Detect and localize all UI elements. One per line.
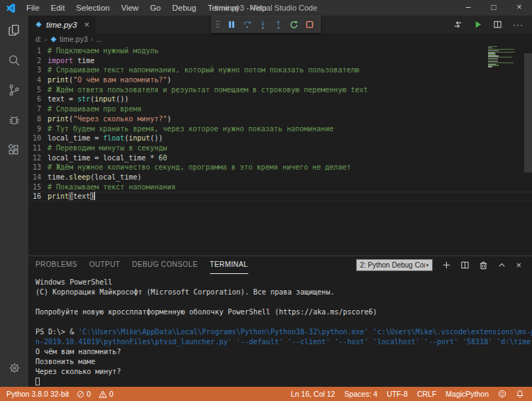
line-number: 9 — [30, 124, 41, 134]
line-number: 14 — [30, 172, 41, 182]
activity-debug-icon[interactable] — [0, 105, 28, 135]
terminal-line — [35, 317, 532, 327]
breadcrumb-separator-icon: › — [91, 35, 93, 43]
menu-view[interactable]: View — [116, 0, 145, 16]
terminal-line: Позвонить маме — [35, 357, 532, 367]
terminal-line: PS D:\> & 'C:\Users\Mike\AppData\Local\P… — [35, 327, 532, 337]
kill-terminal-icon[interactable] — [479, 260, 488, 270]
split-terminal-icon[interactable] — [460, 260, 470, 270]
menu-debug[interactable]: Debug — [167, 0, 202, 16]
stop-icon[interactable] — [305, 20, 314, 29]
indentation[interactable]: Spaces: 4 — [344, 390, 377, 398]
editor-region: time.py3 × ··· d:›time.py3›... 1# Подклю… — [28, 16, 532, 387]
line-number: 12 — [30, 153, 41, 163]
line-number: 1 — [30, 46, 41, 56]
eol-sequence[interactable]: CRLF — [417, 390, 436, 398]
code-line-2: 2import time — [30, 56, 532, 66]
bell-icon — [516, 390, 524, 398]
panel-header: PROBLEMSOUTPUTDEBUG CONSOLETERMINAL 2: P… — [28, 256, 532, 274]
minimap[interactable] — [488, 46, 515, 67]
terminal-line — [35, 297, 532, 307]
terminal-line: (C) Корпорация Майкрософт (Microsoft Cor… — [35, 287, 532, 297]
activity-extensions-icon[interactable] — [0, 135, 28, 165]
terminal-line — [35, 377, 532, 387]
menu-go[interactable]: Go — [144, 0, 166, 16]
maximize-button[interactable]: □ — [481, 0, 506, 16]
python-interpreter[interactable]: Python 3.8.0 32-bit — [6, 390, 69, 398]
code-line-16: 16print(text) — [30, 192, 532, 202]
code-editor[interactable]: 1# Подключаем нужный модуль2import time3… — [28, 45, 532, 256]
terminal-line: n-2019.10.41019\pythonFiles\ptvsd_launch… — [35, 337, 532, 347]
terminal-line: О чём вам напомнить? — [35, 347, 532, 357]
panel-action-icons: × — [442, 260, 521, 270]
status-bar: Python 3.8.0 32-bit00 Ln 16, Col 12Space… — [0, 387, 532, 401]
restart-icon[interactable] — [289, 20, 299, 29]
step-over-icon[interactable] — [243, 20, 252, 29]
menu-selection[interactable]: Selection — [70, 0, 115, 16]
terminal-line: Windows PowerShell — [35, 278, 532, 287]
encoding[interactable]: UTF-8 — [387, 390, 408, 398]
sync-icon[interactable] — [453, 20, 462, 29]
more-actions-icon[interactable]: ··· — [513, 20, 523, 30]
line-number: 8 — [30, 114, 41, 124]
activity-explorer-icon[interactable] — [0, 16, 28, 45]
line-number: 3 — [30, 65, 41, 75]
breadcrumb-item[interactable]: d: — [35, 35, 42, 43]
tab-time-py3[interactable]: time.py3 × — [28, 16, 96, 33]
menu-file[interactable]: File — [21, 0, 45, 16]
maximize-panel-icon[interactable] — [497, 260, 506, 270]
code-line-12: 12local_time = local_time * 60 — [30, 153, 532, 163]
code-line-9: 9# Тут будем хранить время, через которо… — [30, 124, 532, 134]
breadcrumb[interactable]: d:›time.py3›... — [28, 33, 532, 45]
code-line-4: 4print("О чём вам напомнить?") — [30, 75, 532, 85]
line-number: 6 — [30, 94, 41, 104]
close-panel-icon[interactable]: × — [516, 260, 521, 270]
split-editor-icon[interactable] — [493, 20, 502, 29]
close-button[interactable]: × — [506, 0, 532, 16]
new-terminal-icon[interactable] — [442, 260, 451, 270]
run-python-icon[interactable] — [473, 20, 482, 29]
code-line-6: 6text = str(input()) — [30, 94, 532, 104]
grip-icon — [215, 19, 221, 29]
close-tab-icon[interactable]: × — [84, 20, 89, 29]
panel-tab-debug-console[interactable]: DEBUG CONSOLE — [132, 256, 197, 274]
menu-edit[interactable]: Edit — [45, 0, 71, 16]
code-line-3: 3# Спрашиваем текст напоминания, который… — [30, 65, 532, 75]
line-number: 16 — [30, 192, 41, 202]
panel-tab-terminal[interactable]: TERMINAL — [210, 256, 248, 274]
code-line-14: 14time.sleep(local_time) — [30, 172, 532, 182]
terminal[interactable]: Windows PowerShell(C) Корпорация Майкрос… — [28, 274, 532, 387]
code-line-5: 5# Ждём ответа пользователя и результат … — [30, 85, 532, 95]
terminal-line: Через сколько минут? — [35, 367, 532, 377]
python-file-icon — [35, 21, 43, 28]
status-bar-right: Ln 16, Col 12Spaces: 4UTF-8CRLFMagicPyth… — [291, 390, 532, 398]
problems-warnings[interactable]: 0 — [99, 390, 113, 398]
step-out-icon[interactable] — [274, 20, 283, 29]
line-number: 11 — [30, 143, 41, 153]
breadcrumb-item[interactable]: ... — [96, 35, 102, 43]
line-number: 2 — [30, 56, 41, 66]
problems-errors[interactable]: 0 — [77, 390, 91, 398]
feedback[interactable] — [498, 390, 506, 398]
terminal-picker-dropdown[interactable]: 2: Python Debug Consc ▼ — [356, 259, 433, 271]
activity-search-icon[interactable] — [0, 45, 28, 75]
code-line-13: 13# Ждём нужное количество секунд, прогр… — [30, 163, 532, 172]
panel-tab-output[interactable]: OUTPUT — [89, 256, 121, 274]
code-line-15: 15# Показываем текст напоминания — [30, 182, 532, 192]
tab-label: time.py3 — [46, 21, 77, 29]
dropdown-arrow-icon: ▼ — [425, 263, 429, 268]
notifications[interactable] — [516, 390, 524, 398]
language-mode[interactable]: MagicPython — [445, 390, 489, 398]
warning-icon — [99, 390, 107, 398]
code-line-11: 11# Переводим минуты в секунды — [30, 143, 532, 153]
pause-icon[interactable] — [227, 20, 236, 29]
step-into-icon[interactable] — [258, 20, 267, 29]
breadcrumb-item[interactable]: time.py3 — [50, 35, 88, 43]
cursor-position[interactable]: Ln 16, Col 12 — [291, 390, 335, 398]
activity-source-control-icon[interactable] — [0, 75, 28, 105]
editor-scrollbar[interactable] — [524, 53, 532, 172]
panel-tab-problems[interactable]: PROBLEMS — [35, 256, 77, 274]
minimize-button[interactable]: – — [455, 0, 481, 16]
activity-settings-gear-icon[interactable] — [0, 353, 28, 383]
line-number: 4 — [30, 75, 41, 85]
